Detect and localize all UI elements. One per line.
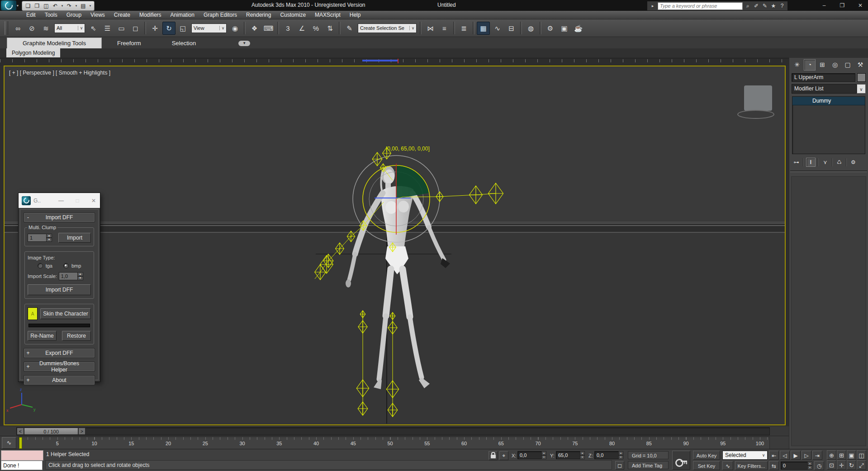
project-folder-button[interactable]: ▤ xyxy=(79,2,87,9)
maxscript-mini-listener-macro[interactable] xyxy=(1,450,43,461)
menu-modifiers[interactable]: Modifiers xyxy=(135,11,166,19)
restore-button[interactable]: Restore xyxy=(62,331,91,341)
menu-help[interactable]: Help xyxy=(345,11,365,19)
spinner-down-icon[interactable]: ▼ xyxy=(618,455,623,459)
search-icon[interactable]: ⌕ xyxy=(744,3,751,9)
select-and-link-button[interactable]: ∞ xyxy=(11,22,24,35)
current-frame-field[interactable]: 0 ▲▼ xyxy=(781,462,812,470)
radio-tga[interactable] xyxy=(38,263,43,268)
play-button[interactable]: ▶ xyxy=(791,451,801,460)
dummy-helper[interactable] xyxy=(470,186,483,204)
key-mode-toggle[interactable]: ⇆ xyxy=(769,461,779,470)
import-scale-spinner[interactable]: 1,0 ▲▼ xyxy=(59,272,83,280)
dialog-minimize-button[interactable]: — xyxy=(58,198,64,204)
menu-customize[interactable]: Customize xyxy=(275,11,310,19)
tab-display[interactable]: ▢ xyxy=(842,59,854,71)
viewcube[interactable] xyxy=(738,85,774,118)
open-mini-curve-editor-button[interactable]: ∿ xyxy=(2,437,16,449)
orbit-button[interactable]: ↻ xyxy=(847,460,856,470)
bind-to-space-warp-button[interactable]: ≋ xyxy=(39,22,52,35)
help-icon[interactable]: ? xyxy=(778,3,786,9)
zoom-button[interactable]: ⊕ xyxy=(827,450,836,460)
percent-snap-toggle[interactable]: % xyxy=(309,22,323,35)
menu-group[interactable]: Group xyxy=(62,11,86,19)
spinner-down-icon[interactable]: ▼ xyxy=(77,276,83,280)
close-button[interactable]: ✕ xyxy=(857,2,863,9)
stack-item-dummy[interactable]: Dummy xyxy=(792,97,865,105)
x-coordinate-field[interactable]: 0,0 ▲▼ xyxy=(517,451,546,459)
add-time-tag-button[interactable]: Add Time Tag xyxy=(628,461,669,469)
spinner-up-icon[interactable]: ▲ xyxy=(807,462,812,466)
maxscript-mini-listener-output[interactable]: Done ! xyxy=(1,461,43,470)
previous-frame-button[interactable]: ◁ xyxy=(780,451,790,460)
remove-modifier-button[interactable]: ♺ xyxy=(835,158,844,166)
spinner-down-icon[interactable]: ▼ xyxy=(580,455,585,459)
default-in-out-tangents-button[interactable]: ∿ xyxy=(722,461,733,470)
keyboard-shortcut-override-toggle[interactable]: ⌨ xyxy=(262,22,275,35)
zoom-extents-button[interactable]: ▣ xyxy=(847,450,856,460)
ribbon-panel-polygon-modeling[interactable]: Polygon Modeling xyxy=(6,48,60,57)
rollout-dummies-bones-helper[interactable]: +Dummies/Bones Helper xyxy=(24,362,95,372)
go-to-start-button[interactable]: ⇤ xyxy=(769,451,779,460)
undo-dropdown[interactable]: ▾ xyxy=(60,4,64,8)
menu-create[interactable]: Create xyxy=(109,11,135,19)
spinner-up-icon[interactable]: ▲ xyxy=(580,451,585,455)
time-configuration-button[interactable]: ◷ xyxy=(814,461,824,470)
rectangular-selection-region-button[interactable]: ▭ xyxy=(115,22,128,35)
current-frame-marker[interactable] xyxy=(19,437,22,449)
auto-key-toggle[interactable]: Auto Key xyxy=(693,451,720,460)
dialog-close-button[interactable]: ✕ xyxy=(90,198,97,204)
minimize-button[interactable]: – xyxy=(821,2,827,9)
zoom-extents-all-button[interactable]: ◫ xyxy=(857,450,866,460)
layer-manager-button[interactable]: ≣ xyxy=(457,22,470,35)
curve-editor-button[interactable]: ∿ xyxy=(491,22,504,35)
search-input[interactable] xyxy=(658,2,743,10)
spinner-up-icon[interactable]: ▲ xyxy=(77,272,83,276)
rollout-import-dff[interactable]: - Import DFF xyxy=(24,212,95,222)
undo-button[interactable]: ↶ xyxy=(51,2,59,9)
import-button[interactable]: Import xyxy=(58,233,91,243)
ribbon-tab-freeform[interactable]: Freeform xyxy=(102,38,157,48)
new-scene-button[interactable]: ❏ xyxy=(24,2,32,9)
redo-button[interactable]: ↷ xyxy=(65,2,73,9)
select-and-move-button[interactable]: ✛ xyxy=(148,22,161,35)
named-selection-sets-combo[interactable]: Create Selection Se∨ xyxy=(358,24,417,33)
tab-hierarchy[interactable]: ⊞ xyxy=(816,59,828,71)
next-frame-arrow[interactable]: > xyxy=(78,428,85,435)
communication-center-icon[interactable]: ✎ xyxy=(761,3,768,9)
dummy-helper[interactable] xyxy=(488,183,503,204)
graphite-ribbon-toggle[interactable]: ▦ xyxy=(477,22,490,35)
time-slider-track[interactable]: < 0 / 100 > xyxy=(16,427,770,435)
selection-lock-toggle[interactable] xyxy=(489,451,498,460)
modifier-list-dropdown[interactable]: Modifier List xyxy=(792,84,857,94)
zoom-all-button[interactable]: ⊞ xyxy=(837,450,846,460)
chevron-down-icon[interactable]: ∨ xyxy=(857,84,866,94)
rollout-export-dff[interactable]: +Export DFF xyxy=(24,348,95,358)
menu-tools[interactable]: Tools xyxy=(40,11,62,19)
select-and-manipulate-button[interactable]: ❖ xyxy=(248,22,261,35)
application-menu-button[interactable] xyxy=(1,0,16,10)
pan-button[interactable]: ✛ xyxy=(837,460,846,470)
next-frame-button[interactable]: ▷ xyxy=(802,451,811,460)
set-keys-button[interactable] xyxy=(672,451,690,470)
menu-edit[interactable]: Edit xyxy=(22,11,40,19)
skin-the-character-button[interactable]: Skin the Character xyxy=(40,308,91,319)
tab-create[interactable]: ✳ xyxy=(791,59,803,71)
dialog-titlebar[interactable]: G.. — □ ✕ xyxy=(19,193,100,208)
align-button[interactable]: ≡ xyxy=(438,22,451,35)
spinner-down-icon[interactable]: ▼ xyxy=(541,455,546,459)
configure-modifier-sets-button[interactable]: ⚙ xyxy=(849,158,858,166)
schematic-view-button[interactable]: ⊟ xyxy=(505,22,518,35)
ribbon-overflow-button[interactable]: ▼ xyxy=(238,41,250,46)
pin-stack-button[interactable]: ⊶ xyxy=(792,158,801,166)
render-setup-button[interactable]: ⚙ xyxy=(544,22,557,35)
menu-views[interactable]: Views xyxy=(86,11,109,19)
show-end-result-button[interactable]: I xyxy=(806,158,816,167)
go-to-end-button[interactable]: ⇥ xyxy=(812,451,822,460)
menu-maxscript[interactable]: MAXScript xyxy=(310,11,345,19)
spinner-up-icon[interactable]: ▲ xyxy=(618,451,623,455)
snaps-toggle-3d[interactable]: 3 xyxy=(281,22,294,35)
subscription-center-icon[interactable]: ✐ xyxy=(753,3,760,9)
key-filters-button[interactable]: Key Filters... xyxy=(735,461,768,470)
use-pivot-point-center-button[interactable]: ◉ xyxy=(228,22,242,35)
